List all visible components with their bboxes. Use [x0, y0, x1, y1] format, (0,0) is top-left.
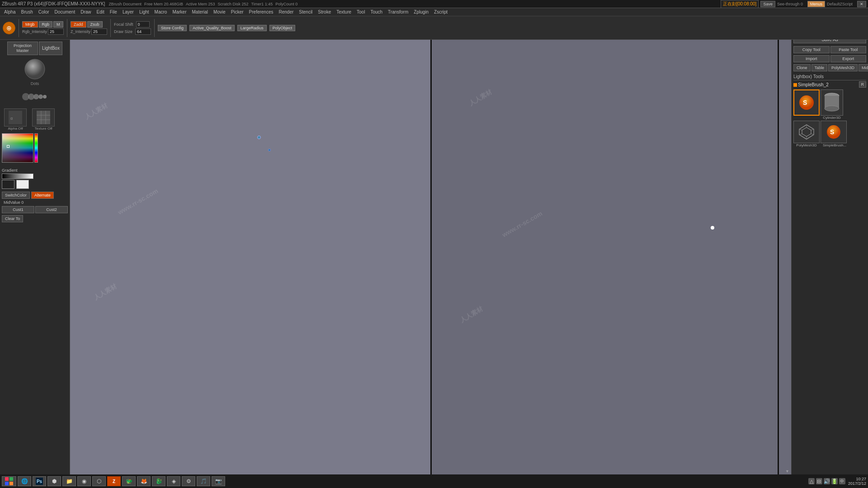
simple-brush-row: SimpleBrush_2 R — [793, 81, 866, 88]
focal-shift-input[interactable] — [136, 21, 150, 28]
menu-render[interactable]: Render — [277, 9, 296, 15]
white-swatch[interactable] — [16, 180, 29, 189]
polymesh-icon — [797, 123, 816, 141]
large-radius-button[interactable]: LargeRadius — [237, 25, 267, 31]
menu-touch[interactable]: Touch — [368, 9, 385, 15]
rgb-button[interactable]: Rgb — [39, 21, 53, 28]
cust2-button[interactable]: Cust2 — [35, 206, 68, 213]
store-config-button[interactable]: Store Config — [158, 25, 187, 31]
import-button[interactable]: Import — [793, 55, 830, 62]
switch-color-button[interactable]: SwitchColor — [2, 192, 30, 199]
menus-button[interactable]: Menus — [807, 1, 825, 7]
gradient-bar[interactable] — [2, 174, 33, 179]
svg-point-59 — [825, 106, 839, 111]
close-button[interactable]: ✕ — [857, 1, 866, 7]
taskbar-zbrush[interactable]: Z — [107, 476, 121, 486]
title-bar: ZBrush 4R7 P3 (x64)[FDIK-IFFQEMM-XXXI-NY… — [0, 0, 868, 8]
menu-alpha[interactable]: Alpha — [2, 9, 18, 15]
clear-to-button[interactable]: Clear To — [2, 215, 23, 222]
menu-brush[interactable]: Brush — [19, 9, 35, 15]
simplebrush-star-thumb[interactable]: S SimpleBrush... — [821, 121, 847, 147]
menu-material[interactable]: Material — [190, 9, 211, 15]
poly-object-button[interactable]: PolyObject — [269, 25, 296, 31]
m-button[interactable]: M — [53, 21, 63, 28]
menu-tool[interactable]: Tool — [354, 9, 367, 15]
taskbar-app5[interactable]: ◉ — [77, 476, 91, 486]
menu-macro[interactable]: Macro — [152, 9, 170, 15]
color-picker-area[interactable] — [2, 133, 33, 163]
menu-layer[interactable]: Layer — [120, 9, 136, 15]
menu-texture[interactable]: Texture — [334, 9, 354, 15]
paste-tool-button[interactable]: Paste Tool — [830, 46, 867, 53]
menu-light[interactable]: Light — [137, 9, 151, 15]
svg-rect-73 — [9, 482, 13, 485]
import-export-row: Import Export — [793, 55, 866, 63]
right-skull-panel[interactable]: 人人素材 www.rr-sc.com 人人素材 — [432, 40, 792, 474]
menu-stroke[interactable]: Stroke — [316, 9, 333, 15]
polymesh-button[interactable]: PolyMesh3D — [828, 64, 858, 71]
rgb-intensity-input[interactable] — [48, 28, 64, 35]
texture-preview[interactable] — [32, 108, 55, 127]
clone-button[interactable]: Clone — [793, 64, 811, 71]
menu-draw[interactable]: Draw — [78, 9, 93, 15]
taskbar-app14[interactable]: 📷 — [212, 476, 225, 486]
app13-icon: 🎵 — [200, 478, 207, 485]
menu-transform[interactable]: Transform — [386, 9, 410, 15]
skull-pin-1 — [257, 136, 261, 139]
menu-edit[interactable]: Edit — [94, 9, 107, 15]
polymesh3d-thumb[interactable]: PolyMesh3D — [793, 121, 820, 147]
tray-icon-battery: 🔋 — [831, 478, 838, 484]
taskbar-firefox[interactable]: 🦊 — [137, 476, 151, 486]
app14-icon: 📷 — [215, 478, 222, 485]
r-button[interactable]: R — [859, 81, 867, 88]
z-intensity-label: Z_Intensity — [71, 29, 90, 34]
menu-document[interactable]: Document — [52, 9, 78, 15]
menu-zplugin[interactable]: Zplugin — [411, 9, 431, 15]
black-swatch[interactable] — [2, 180, 14, 189]
taskbar-ie[interactable]: 🌐 — [18, 476, 31, 486]
z-intensity-input[interactable] — [91, 28, 107, 35]
draw-size-input[interactable] — [135, 28, 151, 35]
menu-stencil[interactable]: Stencil — [297, 9, 315, 15]
alpha-preview[interactable]: α — [4, 108, 27, 127]
left-skull-panel[interactable]: 人人素材 www.rr-sc.com 人人素材 — [70, 40, 430, 474]
main-viewport[interactable]: 人人素材 www.rr-sc.com 人人素材 — [70, 40, 791, 474]
cust1-button[interactable]: Cust1 — [2, 206, 34, 213]
svg-point-0 — [25, 59, 45, 79]
save-button[interactable]: Save — [760, 1, 775, 7]
menu-color[interactable]: Color — [36, 9, 52, 15]
zsub-button[interactable]: Zsub — [87, 21, 103, 28]
taskbar-app8[interactable]: 🐲 — [122, 476, 136, 486]
taskbar-app3[interactable]: ⬢ — [47, 476, 61, 486]
table-button[interactable]: Table — [811, 64, 828, 71]
zadd-button[interactable]: Zadd — [71, 21, 86, 28]
menu-preferences[interactable]: Preferences — [247, 9, 276, 15]
copy-tool-button[interactable]: Copy Tool — [793, 46, 830, 53]
mrgb-button[interactable]: Mrgb — [22, 21, 38, 28]
menu-picker[interactable]: Picker — [229, 9, 246, 15]
lightbox-button[interactable]: LightBox — [39, 42, 62, 55]
viewport-info: ▼ — [785, 469, 789, 474]
alternate-button[interactable]: Alternate — [31, 192, 54, 199]
start-button[interactable] — [2, 476, 16, 486]
menu-zscript[interactable]: Zscript — [432, 9, 450, 15]
taskbar-app12[interactable]: ⚙ — [182, 476, 195, 486]
taskbar-photoshop[interactable]: Ps — [33, 476, 46, 486]
simple-brush-label: SimpleBrush_2 — [798, 82, 829, 87]
time-display: 正在刻[00:08:00] — [721, 0, 759, 8]
taskbar-app11[interactable]: ◈ — [167, 476, 180, 486]
menu-marker[interactable]: Marker — [170, 9, 189, 15]
taskbar-app13[interactable]: 🎵 — [197, 476, 210, 486]
active-quality-button[interactable]: Active_Quality_Boost — [189, 25, 235, 31]
cylinder3d-thumb[interactable]: Cylinder3D — [821, 89, 843, 120]
menu-movie[interactable]: Movie — [211, 9, 228, 15]
projection-master-button[interactable]: ProjectionMaster — [7, 42, 38, 55]
export-button[interactable]: Export — [830, 55, 867, 62]
taskbar-app10[interactable]: 🐉 — [152, 476, 165, 486]
simple-brush-thumb[interactable]: S — [793, 89, 820, 120]
taskbar-explorer[interactable]: 📁 — [62, 476, 76, 486]
taskbar-app6[interactable]: ⬡ — [92, 476, 106, 486]
menu-file[interactable]: File — [108, 9, 119, 15]
nav-icon[interactable]: ⊕ — [3, 22, 15, 34]
middle-button[interactable]: Middle — [859, 64, 868, 71]
